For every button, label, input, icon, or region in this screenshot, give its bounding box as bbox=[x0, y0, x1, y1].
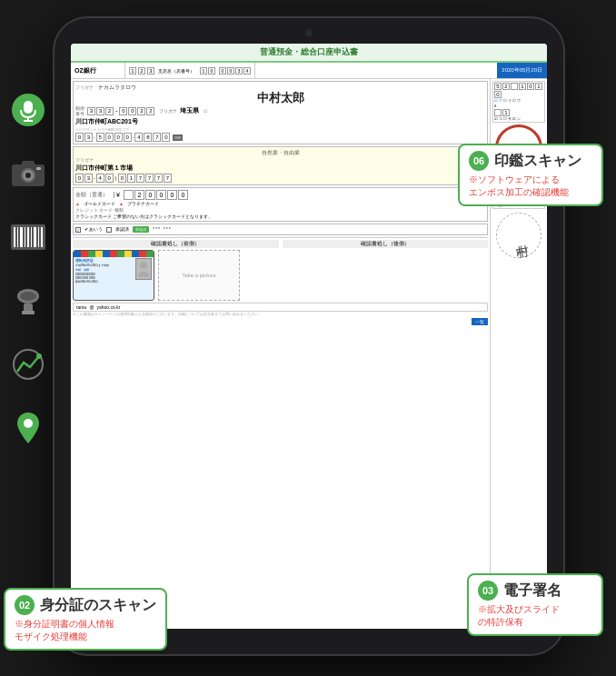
svg-point-9 bbox=[25, 173, 31, 178]
doc-footer-button: 一覧 bbox=[73, 318, 488, 325]
form-document: 普通預金・総合口座申込書 OZ銀行 1 2 3 支店名（店番号） 1 0 0 bbox=[71, 44, 547, 629]
right-cb-c: ☑ シ bbox=[512, 117, 521, 121]
footer-text: ※この書面はキャンペーンの適用対象となる場合がございます。詳細については担当者ま… bbox=[73, 313, 488, 317]
right-num-6: 6 bbox=[494, 104, 543, 108]
id-card-name-label: 中村 太郎 bbox=[75, 268, 134, 272]
svg-rect-16 bbox=[25, 227, 25, 247]
id-card-info: 運転免許証 平成00年00月00日まで有効 中村 太郎 000000000000… bbox=[75, 258, 134, 283]
right-cb1: ☑ ア bbox=[494, 99, 502, 103]
callout-02-subtitle: ※身分証明書の個人情報モザイク処理機能 bbox=[15, 618, 156, 643]
place-name: 川口市仲町第１市場 bbox=[75, 164, 485, 173]
callout-03-header: 03 電子署名 bbox=[478, 581, 592, 601]
id-dob: 昭和00年00月00日 bbox=[75, 280, 134, 283]
card-classic-row: クラシックカード ご希望のない方はクラシックカードとなります。 bbox=[75, 214, 485, 219]
confirm-front: 確認書処し（前側） bbox=[73, 240, 279, 248]
camera-icon[interactable] bbox=[9, 154, 47, 193]
amount-prefix: ¥ bbox=[114, 192, 120, 198]
classic-card: クラシックカード ご希望のない方はクラシックカードとなります。 bbox=[75, 214, 213, 219]
confirm-back: 確認書処し（後側） bbox=[283, 240, 489, 248]
section-number: 080 bbox=[173, 134, 183, 141]
customer-name: 中村太郎 bbox=[75, 92, 485, 104]
take-picture-box[interactable]: Take a picture bbox=[158, 250, 240, 301]
checkbox-row: ✔ あいう 承認済 承認済 * * * * * * bbox=[75, 226, 485, 233]
pref-furigana: フリガナ bbox=[159, 108, 177, 114]
approval-badge: 承認済 bbox=[133, 226, 149, 233]
account-number-1: 1 bbox=[129, 67, 136, 75]
checkbox-2[interactable] bbox=[106, 227, 112, 233]
svg-rect-21 bbox=[41, 227, 43, 247]
platinum-card: プラチナカード bbox=[127, 201, 159, 206]
svg-rect-19 bbox=[34, 227, 36, 247]
gold-card: ゴールドカード bbox=[84, 201, 115, 206]
svg-rect-13 bbox=[14, 227, 15, 247]
checkbox-section: ✔ あいう 承認済 承認済 * * * * * * bbox=[73, 224, 488, 235]
callout-06-number: 06 bbox=[469, 151, 489, 171]
svg-rect-15 bbox=[20, 227, 23, 247]
reg-icon: ☑ bbox=[204, 108, 207, 114]
account-field: 1 0 0 0 3 4 bbox=[200, 67, 251, 75]
tablet-camera bbox=[305, 29, 313, 36]
place-furigana: フリガナ bbox=[75, 158, 485, 163]
id-card-type: 運転免許証 bbox=[75, 259, 134, 263]
svg-point-27 bbox=[36, 353, 42, 359]
svg-rect-18 bbox=[31, 227, 32, 247]
doc-title: 普通預金・総合口座申込書 bbox=[71, 44, 547, 63]
pref-numbers: 332 - 0022 bbox=[87, 107, 154, 115]
stamp-icon[interactable] bbox=[9, 282, 47, 320]
callout-03: 03 電子署名 ※拡大及びスライドの特許保有 bbox=[467, 573, 603, 636]
chart-icon[interactable] bbox=[9, 345, 47, 383]
amount-section: 金額（普通） ¥ 2 0 0 0 0 bbox=[73, 187, 488, 222]
callout-02: 02 身分証のスキャン ※身分証明書の個人情報モザイク処理機能 bbox=[4, 588, 167, 651]
cb-label-2: 承認済 bbox=[115, 227, 129, 232]
id-card-photo bbox=[135, 258, 152, 280]
right-num-row1: 5 2 1 0 1 0 bbox=[494, 83, 543, 98]
svg-point-0 bbox=[140, 262, 147, 269]
amount-label: 金額（普通） bbox=[75, 191, 108, 199]
checkbox-1[interactable] bbox=[75, 227, 81, 233]
url-at: @ bbox=[89, 304, 94, 310]
phone-numbers: 03 - 5000 - 4870 080 bbox=[75, 133, 485, 142]
svg-rect-3 bbox=[24, 101, 33, 114]
doc-date: 2020年05月20日 bbox=[497, 63, 547, 78]
card-desc: クレジット カード 種類 bbox=[75, 207, 485, 213]
svg-rect-17 bbox=[27, 227, 29, 247]
tablet-screen: 普通預金・総合口座申込書 OZ銀行 1 2 3 支店名（店番号） 1 0 0 bbox=[71, 44, 547, 629]
callout-02-number: 02 bbox=[15, 595, 35, 615]
id-card-front: 運転免許証 平成00年00月00日まで有効 中村 太郎 000000000000… bbox=[73, 250, 154, 301]
svg-rect-14 bbox=[17, 227, 18, 247]
submit-icon: 一覧 bbox=[472, 318, 488, 325]
account-type: 1 2 3 支店名（店番号） 1 0 0 0 3 4 bbox=[125, 63, 255, 78]
pref-row: 郵便番号 332 - 0022 フリガナ 埼玉県 ☑ bbox=[75, 105, 485, 116]
business-section: 自然業・自由業 フリガナ 川口市仲町第１市場 03 - 40 | 017777 bbox=[73, 146, 488, 185]
right-cb-b: ☐ サ bbox=[503, 117, 512, 121]
tablet-device: 普通預金・総合口座申込書 OZ銀行 1 2 3 支店名（店番号） 1 0 0 bbox=[55, 18, 563, 654]
callout-03-title: 電子署名 bbox=[503, 582, 561, 601]
url-bar: tarou @ yahoo.co.kr bbox=[73, 303, 488, 312]
svg-point-28 bbox=[24, 419, 33, 428]
name-section: フリガナ ナカムラタロウ 中村太郎 郵便番号 332 - 0022 フリガナ bbox=[73, 81, 488, 144]
address-number-label: 郵便番号 bbox=[75, 105, 84, 116]
svg-rect-20 bbox=[38, 227, 39, 247]
right-checkboxes: ☑ ア ☐ イ ☐ ウ bbox=[494, 99, 543, 103]
account-label: 支店名（店番号） bbox=[158, 68, 194, 74]
id-card-stripes bbox=[74, 251, 154, 257]
right-numbers-top: 5 2 1 0 1 0 ☑ ア ☐ イ ☐ ウ bbox=[492, 81, 545, 123]
id-verify-header: 確認書処し（前側） 確認書処し（後側） bbox=[73, 237, 488, 248]
account-number-2: 2 bbox=[138, 67, 145, 75]
form-left-column: フリガナ ナカムラタロウ 中村太郎 郵便番号 332 - 0022 フリガナ bbox=[71, 79, 491, 628]
id-photos-row: 運転免許証 平成00年00月00日まで有効 中村 太郎 000000000000… bbox=[73, 250, 488, 301]
cb-label-4: * * * bbox=[164, 227, 171, 232]
svg-rect-10 bbox=[22, 161, 35, 166]
mic-icon[interactable] bbox=[9, 91, 47, 129]
prefecture-name: 埼玉県 bbox=[180, 106, 199, 115]
callout-06-header: 06 印鑑スキャン bbox=[469, 151, 592, 171]
right-cb-row: ☑ コ ☐ サ ☑ シ bbox=[494, 117, 543, 121]
account-number-3: 3 bbox=[147, 67, 154, 75]
address-text: 川口市仲町ABC201号 bbox=[75, 117, 485, 126]
svg-point-23 bbox=[20, 292, 36, 301]
location-icon[interactable] bbox=[9, 409, 47, 447]
barcode-icon[interactable] bbox=[9, 218, 47, 256]
bank-name: OZ銀行 bbox=[71, 63, 125, 78]
callout-06-subtitle: ※ソフトウェアによるエンボス加工の確認機能 bbox=[469, 174, 592, 199]
amount-boxes: 2 0 0 0 0 bbox=[124, 190, 188, 200]
